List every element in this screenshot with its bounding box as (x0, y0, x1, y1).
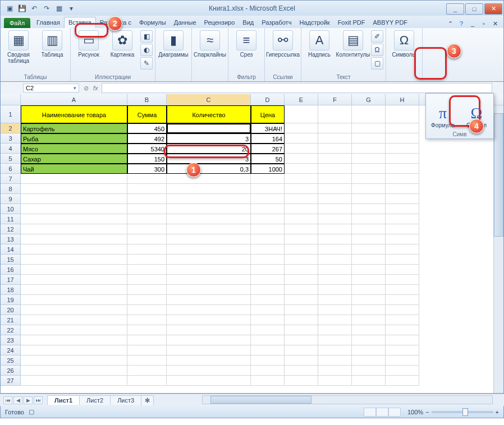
cell[interactable]: Картофель (21, 123, 127, 133)
cell[interactable] (21, 234, 127, 244)
cell[interactable] (127, 345, 167, 355)
cell[interactable] (352, 355, 386, 366)
scrollbar-thumb[interactable] (494, 113, 503, 237)
cell[interactable] (352, 376, 386, 386)
normal-view-icon[interactable] (364, 408, 376, 417)
row-header[interactable]: 8 (1, 184, 21, 194)
sheet-prev-icon[interactable]: ◀ (13, 396, 22, 404)
cell[interactable] (251, 325, 285, 335)
cell[interactable] (285, 144, 318, 154)
row-header[interactable]: 10 (1, 204, 21, 214)
cell[interactable] (21, 275, 127, 285)
cell[interactable] (21, 315, 127, 325)
wb-restore-icon[interactable]: ▫ (480, 20, 488, 28)
cell[interactable] (251, 275, 285, 285)
cell[interactable] (386, 154, 419, 164)
cell[interactable] (318, 345, 352, 355)
cell[interactable] (386, 244, 419, 255)
maximize-button[interactable]: □ (465, 3, 483, 15)
cell[interactable] (386, 315, 419, 325)
cell[interactable] (318, 244, 352, 255)
cell[interactable]: 150 (127, 154, 167, 164)
cell[interactable] (318, 305, 352, 315)
cell[interactable] (352, 105, 386, 123)
wb-min-icon[interactable]: _ (469, 20, 476, 28)
col-header-E[interactable]: E (285, 94, 318, 105)
cell[interactable] (21, 335, 127, 345)
cell[interactable] (318, 123, 352, 133)
cell[interactable] (352, 244, 386, 255)
cell[interactable] (251, 315, 285, 325)
header-cell[interactable]: Цена (251, 105, 285, 123)
cell[interactable] (386, 184, 419, 194)
cell[interactable]: ЗНАЧ! (251, 123, 285, 133)
cell[interactable] (386, 366, 419, 376)
small-ribbon-icon[interactable]: ◧ (140, 30, 153, 43)
cell[interactable] (352, 214, 386, 224)
small-ribbon-icon[interactable]: ◐ (140, 44, 153, 56)
minimize-ribbon-icon[interactable]: ⌃ (446, 20, 454, 28)
header-cell[interactable]: Наименование товара (21, 105, 127, 123)
chevron-down-icon[interactable]: ▾ (74, 85, 76, 91)
cell[interactable] (285, 234, 318, 244)
cell[interactable] (251, 355, 285, 366)
cell[interactable] (318, 285, 352, 295)
cell[interactable] (167, 184, 251, 194)
cell[interactable] (285, 366, 318, 376)
row-header[interactable]: 27 (1, 376, 21, 386)
cell[interactable] (386, 275, 419, 285)
cell[interactable] (352, 265, 386, 275)
cell[interactable] (285, 244, 318, 255)
cell[interactable] (352, 194, 386, 204)
cell[interactable] (21, 224, 127, 234)
cell[interactable] (386, 335, 419, 345)
cell[interactable] (251, 224, 285, 234)
small-ribbon-icon[interactable]: ✐ (371, 30, 383, 43)
cell[interactable] (167, 295, 251, 305)
cell[interactable]: Сахар (21, 154, 127, 164)
col-header-G[interactable]: G (352, 94, 386, 105)
cell[interactable] (127, 295, 167, 305)
cell[interactable] (386, 164, 419, 174)
row-header[interactable]: 24 (1, 345, 21, 355)
cell[interactable] (386, 295, 419, 305)
cell[interactable] (285, 174, 318, 184)
picture-button[interactable]: ▭Рисунок (73, 29, 104, 71)
cell[interactable] (386, 305, 419, 315)
cell[interactable] (167, 234, 251, 244)
sheet-next-icon[interactable]: ▶ (24, 396, 33, 404)
cell[interactable] (352, 335, 386, 345)
tab-review[interactable]: Рецензиро (200, 17, 239, 28)
row-header[interactable]: 25 (1, 355, 21, 366)
cell[interactable] (251, 305, 285, 315)
page-break-icon[interactable] (388, 408, 401, 417)
qat-more-icon[interactable]: ▾ (66, 3, 77, 14)
cell[interactable] (352, 325, 386, 335)
name-box[interactable]: C2 ▾ (23, 84, 79, 93)
cell[interactable] (251, 376, 285, 386)
cell[interactable] (127, 315, 167, 325)
row-header[interactable]: 23 (1, 335, 21, 345)
cell[interactable] (285, 194, 318, 204)
cell[interactable] (318, 164, 352, 174)
tab-data[interactable]: Данные (170, 17, 200, 28)
cell[interactable] (318, 335, 352, 345)
row-header[interactable]: 2 (1, 123, 21, 133)
row-header[interactable]: 21 (1, 315, 21, 325)
cell[interactable] (285, 105, 318, 123)
tab-formulas[interactable]: Формулы (135, 17, 170, 28)
symbols-button[interactable]: ΩСимволы (388, 29, 420, 71)
close-button[interactable]: ✕ (484, 3, 502, 15)
cell[interactable] (127, 255, 167, 265)
cell[interactable] (127, 234, 167, 244)
cell[interactable] (386, 133, 419, 144)
cell[interactable] (386, 123, 419, 133)
cell[interactable] (167, 366, 251, 376)
active-cell[interactable] (167, 123, 251, 133)
cell[interactable] (21, 295, 127, 305)
cell[interactable] (352, 295, 386, 305)
cell[interactable] (285, 295, 318, 305)
cell[interactable]: Рыба (21, 133, 127, 144)
cell[interactable] (251, 174, 285, 184)
cell[interactable] (352, 154, 386, 164)
